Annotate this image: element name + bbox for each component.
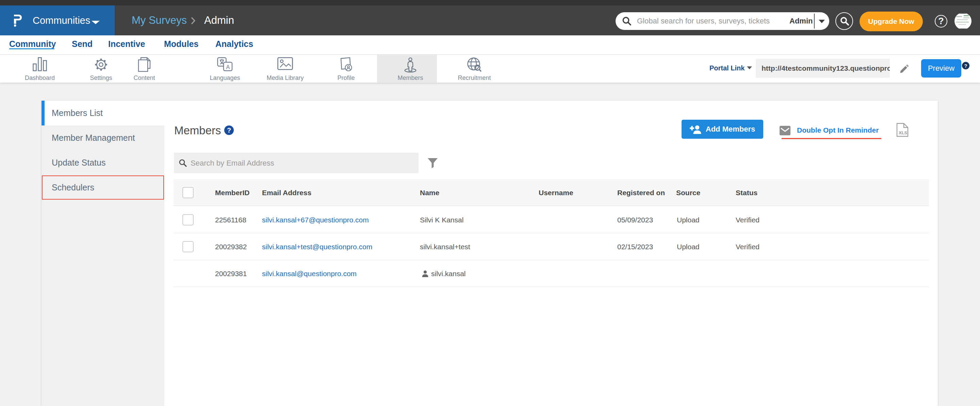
svg-text:A: A [226,64,230,70]
svg-text:XLS: XLS [899,130,907,135]
